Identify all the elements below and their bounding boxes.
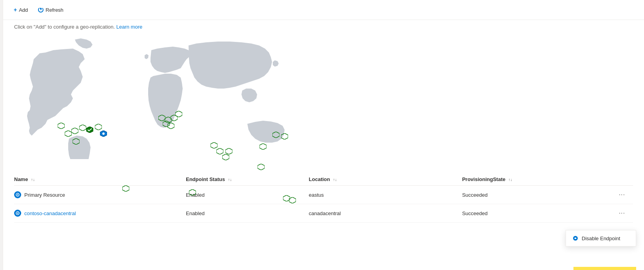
sort-icon-name: ↑↓ [31, 178, 35, 182]
sort-icon-status: ↑↓ [228, 178, 232, 182]
sort-icon-provisioning: ↑↓ [508, 178, 512, 182]
refresh-label: Refresh [45, 7, 63, 13]
plus-icon: + [14, 7, 17, 13]
svg-marker-22 [258, 164, 265, 170]
context-menu: Disable Endpoint [566, 230, 636, 246]
more-options-button[interactable]: ··· [616, 190, 628, 200]
disable-endpoint-label: Disable Endpoint [582, 236, 620, 241]
table-section: Name ↑↓ Endpoint Status ↑↓ Location ↑↓ P… [3, 173, 644, 223]
add-label: Add [19, 7, 28, 13]
disable-endpoint-menu-item[interactable]: Disable Endpoint [566, 232, 636, 245]
learn-more-link[interactable]: Learn more [116, 24, 142, 30]
col-header-status[interactable]: Endpoint Status ↑↓ [186, 173, 309, 186]
sort-icon-location: ↑↓ [333, 178, 337, 182]
more-options-button[interactable]: ··· [616, 208, 628, 218]
table-body: Primary ResourceEnabledeastusSucceeded··… [14, 186, 633, 223]
refresh-button[interactable]: Refresh [34, 4, 68, 16]
name-cell: Primary Resource [14, 191, 181, 198]
col-header-location[interactable]: Location ↑↓ [309, 173, 462, 186]
name-cell: contoso-canadacentral [14, 210, 181, 217]
add-button[interactable]: + Add [9, 4, 32, 16]
table-header: Name ↑↓ Endpoint Status ↑↓ Location ↑↓ P… [14, 173, 633, 186]
disable-endpoint-icon [572, 235, 579, 241]
provisioning-state-cell: Succeeded [462, 204, 616, 223]
table-row: contoso-canadacentralEnabledcanadacentra… [14, 204, 633, 223]
svg-point-30 [17, 213, 18, 214]
location-cell: canadacentral [309, 204, 462, 223]
world-map [14, 34, 312, 159]
endpoint-status-cell: Enabled [186, 204, 309, 223]
provisioning-state-cell: Succeeded [462, 186, 616, 204]
info-text: Click on "Add" to configure a geo-replic… [14, 24, 115, 30]
info-bar: Click on "Add" to configure a geo-replic… [3, 20, 644, 34]
left-sidebar-bar [0, 0, 3, 270]
resource-link[interactable]: contoso-canadacentral [24, 210, 76, 216]
primary-resource-icon [14, 191, 21, 198]
location-cell: eastus [309, 186, 462, 204]
svg-point-28 [17, 194, 18, 196]
col-header-provisioning[interactable]: ProvisioningState ↑↓ [462, 173, 616, 186]
endpoint-status-cell: Enabled [186, 186, 309, 204]
col-header-actions [616, 173, 633, 186]
resource-name: Primary Resource [24, 192, 65, 198]
secondary-resource-icon [14, 210, 21, 217]
scroll-hint [573, 267, 636, 270]
refresh-icon [38, 7, 44, 13]
map-container [14, 34, 633, 167]
col-header-name[interactable]: Name ↑↓ [14, 173, 186, 186]
toolbar: + Add Refresh [3, 0, 644, 20]
table-row: Primary ResourceEnabledeastusSucceeded··… [14, 186, 633, 204]
geo-replication-table: Name ↑↓ Endpoint Status ↑↓ Location ↑↓ P… [14, 173, 633, 223]
